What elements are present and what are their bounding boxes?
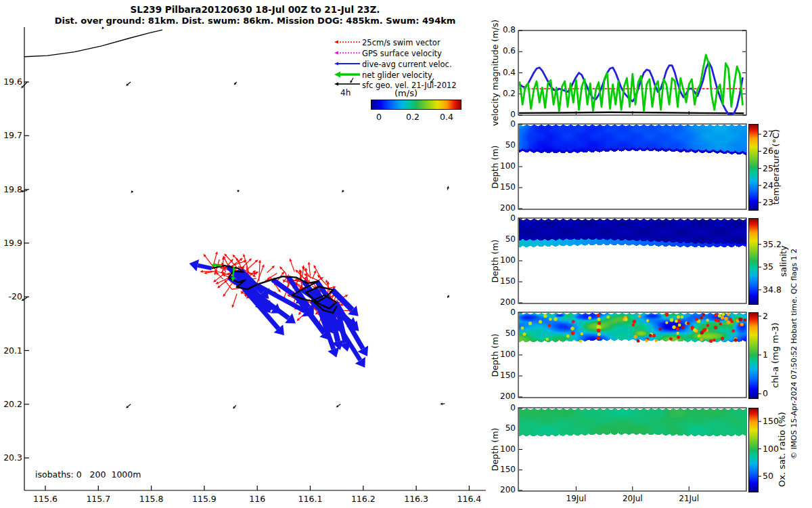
legend-label-dive-avg: dive-avg current veloc. [362, 60, 452, 69]
depth-tick-label: 50 [489, 234, 516, 244]
legend-label-gps-velocity: GPS surface velocity [362, 49, 442, 58]
attribution-wrap: © IMOS 15-Apr-2024 07:50:52 Hobart time.… [789, 215, 799, 492]
geo-current-arrow [338, 404, 340, 406]
attribution-text: © IMOS 15-Apr-2024 07:50:52 Hobart time.… [790, 249, 798, 459]
swim-vector-arrow-head [325, 279, 328, 282]
oxygen-section-canvas [519, 408, 746, 490]
geo-current-arrow [447, 297, 448, 297]
net-glider-velocity-arrow [233, 267, 233, 278]
swim-vector-arrow-head [290, 258, 292, 261]
colorbar-tick-label: 35 [763, 261, 773, 272]
depth-tick-label: 100 [489, 161, 516, 171]
map-x-tick-label: 116.1 [294, 494, 328, 504]
legend-colorbar-tick-label: 0.2 [399, 112, 426, 122]
swim-vector-arrow-head [200, 270, 203, 273]
geo-current-arrow [235, 405, 236, 407]
chl-colorbar-title: chl-a (mg m-3) [770, 322, 780, 388]
swim-vector-arrow [291, 261, 295, 272]
geo-current-arrow [447, 188, 448, 190]
isobaths-label: isobaths: 0 200 1000m [35, 469, 141, 480]
swim-vector-arrow-head [204, 272, 207, 274]
date-tick-label: 19Jul [556, 494, 596, 503]
depth-tick-label: 100 [489, 255, 516, 265]
map-x-tick-label: 116.3 [399, 494, 433, 504]
depth-tick-label: 200 [489, 297, 516, 307]
depth-tick-label: 50 [489, 423, 516, 433]
dive-avg-current-arrow [198, 266, 212, 268]
depth-tick-label: 200 [489, 391, 516, 401]
depth-tick-label: 100 [489, 350, 516, 359]
colorbar-tick-label: 25 [763, 163, 773, 173]
colorbar-tick-label: 23 [763, 197, 773, 207]
colorbar-tick-label: 1 [763, 350, 768, 360]
colorbar-tick-label: 2 [763, 311, 768, 321]
colorbar-tick-label: 150 [763, 416, 779, 426]
map-y-tick-label: 19.8 [0, 184, 22, 194]
velocity-chart-canvas [519, 31, 746, 115]
depth-tick-label: 150 [489, 276, 516, 286]
swim-vector-arrow-head [215, 251, 218, 255]
velocity-tick-label: 0.6 [489, 46, 516, 56]
swim-vector-arrow [233, 294, 237, 305]
legend-label-net-glider: net glider velocity [362, 70, 432, 80]
chl-colorbar [748, 312, 759, 399]
swim-vector-arrow-head [258, 259, 261, 263]
depth-tick-label: 0 [489, 119, 516, 129]
colorbar-tick-label: 34.8 [763, 284, 782, 295]
geo-current-arrow-head [342, 190, 344, 192]
legend-arrow-2-head [334, 62, 338, 65]
legend-colorbar-tick-label: 0 [365, 112, 392, 122]
legend-arrow-0-head [334, 40, 338, 43]
map-x-tick-label: 116.2 [346, 494, 380, 504]
legend-label-swim-vector: 25cm/s swim vector [362, 38, 441, 47]
depth-tick-label: 0 [489, 308, 516, 317]
velocity-tick-label: 0.4 [489, 68, 516, 77]
legend-duration-label: 4h [340, 88, 351, 98]
geo-current-arrow [23, 190, 27, 191]
swim-vector-arrow [206, 272, 212, 273]
page-title: SL239 Pilbara20120630 18-Jul 00Z to 21-J… [131, 4, 380, 15]
date-tick-label: 21Jul [669, 494, 709, 503]
colorbar-tick-label: 50 [763, 471, 773, 481]
depth-tick-label: 150 [489, 182, 516, 192]
colorbar-tick-label: 0 [763, 388, 768, 398]
colorbar-tick-label: 27 [763, 129, 773, 139]
geo-current-arrow-head [102, 26, 104, 29]
depth-tick-label: 0 [489, 403, 516, 412]
colorbar-tick-label: 35.2 [763, 239, 782, 249]
swim-vector-arrow-head [232, 305, 235, 308]
swim-vector-arrow [259, 263, 260, 281]
depth-tick-label: 50 [489, 329, 516, 338]
map-y-tick-label: 19.6 [0, 77, 22, 87]
swim-vector-arrow-head [308, 261, 311, 265]
chl-colorbar-title-wrap: chl-a (mg m-3) [769, 312, 781, 398]
geo-current-arrow [128, 404, 131, 407]
temperature-section-canvas [519, 125, 746, 209]
map-y-tick-label: 20.1 [0, 345, 22, 356]
map-x-tick-label: 115.7 [81, 494, 115, 504]
depth-tick-label: 0 [489, 213, 516, 223]
depth-tick-label: 50 [489, 140, 516, 150]
net-glider-velocity-arrow [215, 265, 222, 266]
depth-tick-label: 150 [489, 371, 516, 380]
geo-current-arrow-head [447, 186, 449, 189]
salinity-section-canvas [519, 219, 746, 303]
swim-vector-arrow-head [262, 264, 265, 268]
chl-section-canvas [519, 313, 746, 397]
velocity-tick-label: 0.2 [489, 89, 516, 98]
swim-vector-arrow [309, 265, 311, 276]
legend-colorbar-title: (m/s) [394, 88, 418, 98]
depth-tick-label: 100 [489, 444, 516, 454]
velocity-tick-label: 0 [489, 110, 516, 119]
map-y-tick-label: 19.9 [0, 238, 22, 248]
map-x-tick-label: 115.8 [135, 494, 168, 504]
figure: SL239 Pilbara20120630 18-Jul 00Z to 21-J… [0, 0, 812, 508]
legend-arrow-3-head [334, 72, 340, 78]
map-x-tick-label: 116 [240, 494, 274, 504]
oxygen-colorbar [748, 408, 759, 492]
date-tick-label: 20Jul [612, 494, 653, 503]
geo-current-arrow [128, 82, 131, 85]
colorbar-tick-label: 24 [763, 180, 773, 190]
map-y-tick-label: -20 [0, 291, 22, 301]
geo-sample-arrow [351, 78, 353, 81]
